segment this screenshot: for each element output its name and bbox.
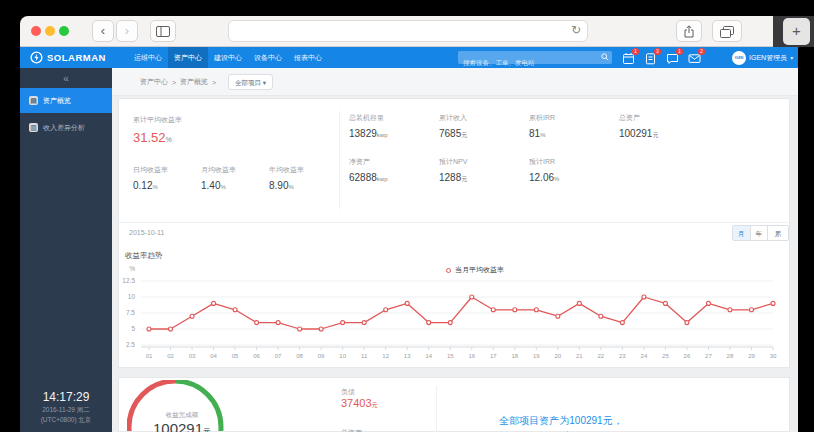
- sidebar-item-label: 资产概览: [43, 96, 71, 106]
- svg-text:5: 5: [131, 325, 135, 332]
- stat-value: 12.06: [529, 172, 554, 183]
- sidebar: « ▤ 资产概览 ▥ 收入差异分析 14:17:29 2016-11-29 周二…: [20, 68, 112, 432]
- breadcrumb-asset-center[interactable]: 资产中心: [140, 77, 168, 87]
- svg-text:28: 28: [727, 353, 734, 359]
- avatar: IGEN: [732, 51, 746, 65]
- schedule-notification-button[interactable]: 1: [622, 51, 635, 64]
- zoom-window-button[interactable]: [59, 26, 69, 36]
- stat-value: 7685: [439, 128, 461, 139]
- svg-text:11: 11: [361, 353, 368, 359]
- window-edge-strip: +: [773, 16, 814, 47]
- date-picker[interactable]: 2015-10-11: [129, 229, 164, 236]
- back-button[interactable]: ‹: [92, 20, 114, 42]
- svg-text:15: 15: [447, 353, 454, 359]
- asset-overview-icon: ▤: [29, 96, 38, 105]
- stat-cumulative-income: 累计收入 7685元: [439, 113, 529, 140]
- sidebar-collapse-button[interactable]: «: [20, 73, 112, 84]
- divider: [436, 386, 437, 432]
- breadcrumb-asset-overview[interactable]: 资产概览: [180, 77, 208, 87]
- svg-text:16: 16: [468, 353, 475, 359]
- svg-text:10: 10: [339, 353, 346, 359]
- chevron-down-icon: ▾: [263, 79, 266, 86]
- stat-monthly-yield: 月均收益率 1.40%: [201, 165, 269, 191]
- stat-cumulative-irr: 累积IRR 81%: [529, 113, 619, 140]
- svg-text:12: 12: [382, 353, 389, 359]
- tab-cumulative[interactable]: 累计: [767, 226, 788, 240]
- stat-label: 累积IRR: [529, 113, 619, 123]
- breadcrumb-separator: >: [172, 79, 176, 86]
- brand-logo[interactable]: SOLARMAN: [30, 47, 106, 68]
- chevron-down-icon: ▾: [790, 54, 793, 61]
- period-tab-group: 月 年 累计: [732, 225, 789, 241]
- svg-text:27: 27: [705, 353, 712, 359]
- workorder-notification-button[interactable]: 3: [644, 51, 657, 64]
- liability-number: 37403: [341, 397, 372, 409]
- svg-text:18: 18: [511, 353, 518, 359]
- url-field[interactable]: ↻: [228, 20, 588, 42]
- user-menu[interactable]: IGEN IGEN管理员 ▾: [732, 50, 793, 65]
- share-button[interactable]: [676, 20, 702, 42]
- svg-text:02: 02: [167, 353, 174, 359]
- forward-button[interactable]: ›: [116, 20, 138, 42]
- svg-text:14: 14: [425, 353, 432, 359]
- svg-text:07: 07: [275, 353, 282, 359]
- svg-text:01: 01: [146, 353, 153, 359]
- stat-label: 累计收入: [439, 113, 529, 123]
- schedule-badge: 1: [632, 48, 639, 55]
- nav-item-report[interactable]: 报表中心: [288, 47, 328, 68]
- sidebar-toggle-icon: [156, 26, 170, 37]
- sidebar-item-asset-overview[interactable]: ▤ 资产概览: [20, 88, 112, 113]
- stat-label: 总资产: [619, 113, 709, 123]
- stats-grid: 总装机容量 13829kwp 累计收入 7685元 累积IRR 81% 总资产 …: [349, 113, 709, 184]
- close-window-button[interactable]: [31, 26, 41, 36]
- stat-value: 1.40: [201, 180, 220, 191]
- stat-label: 净资产: [349, 157, 439, 167]
- stat-unit: %: [152, 184, 157, 190]
- stat-label: 日均收益率: [133, 165, 201, 175]
- breadcrumb: 资产中心 > 资产概览 >: [140, 68, 216, 96]
- liability-label: 负债: [341, 387, 355, 397]
- new-tab-button[interactable]: +: [783, 18, 810, 45]
- stat-label: 预计IRR: [529, 157, 619, 167]
- svg-text:2.5: 2.5: [126, 341, 135, 348]
- reload-icon[interactable]: ↻: [571, 23, 581, 37]
- svg-text:20: 20: [554, 353, 561, 359]
- primary-stat-value: 31.52%: [133, 130, 172, 145]
- tab-overview-icon: [720, 26, 734, 38]
- primary-stat-number: 31.52: [133, 130, 166, 145]
- stats-chart-panel: 累计平均收益率 31.52% 日均收益率 0.12% 月均收益率 1.40% 年…: [118, 98, 790, 368]
- svg-text:%: %: [129, 265, 135, 272]
- message-notification-button[interactable]: 1: [666, 51, 679, 64]
- search-icon[interactable]: [601, 53, 609, 61]
- sidebar-item-income-variance[interactable]: ▥ 收入差异分析: [20, 115, 112, 140]
- project-filter-dropdown[interactable]: 全部项目 ▾: [228, 74, 273, 90]
- stat-value: 13829: [349, 128, 377, 139]
- stat-unit: %: [554, 176, 559, 182]
- donut-unit: 元: [203, 427, 211, 432]
- svg-text:23: 23: [619, 353, 626, 359]
- sidebar-toggle-button[interactable]: [150, 20, 176, 42]
- minimize-window-button[interactable]: [45, 26, 55, 36]
- chart-title: 收益率趋势: [125, 251, 163, 261]
- tab-year[interactable]: 年: [750, 226, 768, 240]
- svg-text:29: 29: [748, 353, 755, 359]
- browser-titlebar: ‹ › ↻: [20, 16, 773, 47]
- mail-notification-button[interactable]: 2: [688, 51, 701, 64]
- stat-total-assets: 总资产 100291元: [619, 113, 709, 140]
- tab-month[interactable]: 月: [733, 226, 750, 240]
- stat-value: 62888: [349, 172, 377, 183]
- stat-unit: %: [540, 132, 545, 138]
- nav-item-construction[interactable]: 建设中心: [208, 47, 248, 68]
- clock-timezone: (UTC+0800) 北京: [20, 416, 112, 425]
- nav-item-operation[interactable]: 运维中心: [128, 47, 168, 68]
- clipped-stat-label: 总资产: [341, 428, 362, 432]
- workorder-badge: 3: [654, 48, 661, 55]
- donut-center-label: 收益完成额: [127, 411, 237, 420]
- tab-overview-button[interactable]: [712, 20, 742, 42]
- stat-installed-capacity: 总装机容量 13829kwp: [349, 113, 439, 140]
- svg-text:21: 21: [576, 353, 583, 359]
- nav-item-asset[interactable]: 资产中心: [168, 47, 208, 68]
- summary-panel: 收益完成额 100291元 负债 37403元 总资产 全部项目资产为10029…: [118, 377, 790, 432]
- liability-unit: 元: [372, 402, 378, 408]
- nav-item-device[interactable]: 设备中心: [248, 47, 288, 68]
